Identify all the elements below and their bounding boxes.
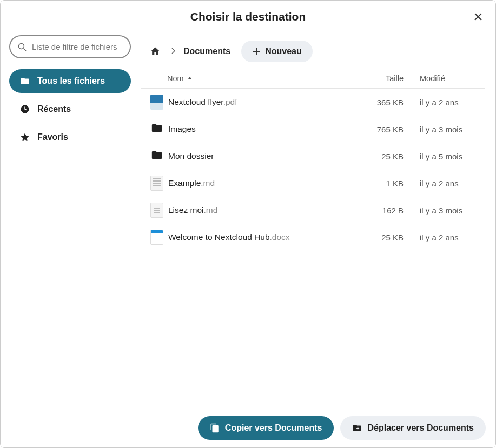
file-name: Example.md — [167, 178, 355, 188]
breadcrumb-current[interactable]: Documents — [183, 46, 230, 56]
sort-ascending-icon — [187, 74, 193, 83]
file-row[interactable]: Lisez moi.md162 Bil y a 3 mois — [141, 197, 485, 224]
file-name: Welcome to Nextcloud Hub.docx — [167, 232, 355, 242]
file-name: Nextcloud flyer.pdf — [167, 97, 355, 107]
file-row[interactable]: Nextcloud flyer.pdf365 KBil y a 2 ans — [141, 89, 485, 116]
file-row[interactable]: Example.md1 KBil y a 2 ans — [141, 170, 485, 197]
folder-icon — [151, 122, 163, 136]
search-input[interactable] — [32, 42, 122, 51]
breadcrumb-separator — [170, 46, 177, 56]
clock-icon — [20, 104, 30, 114]
folder-icon — [151, 149, 163, 163]
file-thumbnail-icon — [150, 95, 163, 110]
file-modified: il y a 5 mois — [404, 152, 479, 161]
file-size: 25 KB — [355, 233, 404, 242]
file-name: Lisez moi.md — [167, 205, 355, 215]
main-content: Documents Nouveau Nom Taille Modifié Nex… — [141, 29, 495, 409]
file-modified: il y a 2 ans — [404, 233, 479, 242]
move-icon — [352, 423, 362, 433]
column-header-size[interactable]: Taille — [355, 74, 404, 83]
file-modified: il y a 3 mois — [404, 125, 479, 134]
copy-button-label: Copier vers Documents — [225, 423, 322, 433]
file-size: 765 KB — [355, 125, 404, 134]
file-modified: il y a 2 ans — [404, 179, 479, 188]
dialog-footer: Copier vers Documents Déplacer vers Docu… — [1, 409, 495, 447]
search-box[interactable] — [9, 35, 131, 58]
file-row[interactable]: Welcome to Nextcloud Hub.docx25 KBil y a… — [141, 224, 485, 251]
sidebar-item-all-files[interactable]: Tous les fichiers — [9, 69, 131, 93]
copy-icon — [210, 423, 220, 433]
file-icon-cell — [147, 149, 167, 163]
file-picker-dialog: Choisir la destination Tous les fichiers… — [0, 0, 496, 448]
breadcrumb: Documents Nouveau — [141, 35, 485, 71]
close-button[interactable] — [472, 10, 485, 23]
file-icon-cell — [147, 122, 167, 136]
file-icon-cell — [147, 230, 167, 245]
file-size: 162 B — [355, 206, 404, 215]
file-row[interactable]: Mon dossier25 KBil y a 5 mois — [141, 143, 485, 170]
file-modified: il y a 3 mois — [404, 206, 479, 215]
column-header-name[interactable]: Nom — [167, 74, 355, 83]
home-icon — [150, 46, 161, 57]
sidebar: Tous les fichiers Récents Favoris — [1, 29, 141, 409]
breadcrumb-home[interactable] — [147, 43, 164, 60]
search-icon — [18, 43, 27, 51]
file-thumbnail-icon — [150, 203, 163, 218]
star-icon — [20, 132, 30, 142]
dialog-title: Choisir la destination — [1, 10, 495, 23]
new-button[interactable]: Nouveau — [241, 41, 313, 62]
close-icon — [474, 12, 482, 21]
svg-line-1 — [24, 48, 27, 51]
new-button-label: Nouveau — [265, 46, 302, 56]
sidebar-item-label: Tous les fichiers — [37, 76, 105, 86]
file-icon-cell — [147, 203, 167, 218]
move-button-label: Déplacer vers Documents — [367, 423, 474, 433]
column-header-modified[interactable]: Modifié — [404, 74, 479, 83]
sidebar-item-label: Récents — [37, 104, 71, 114]
plus-icon — [252, 47, 261, 56]
file-thumbnail-icon — [150, 230, 163, 245]
move-button[interactable]: Déplacer vers Documents — [340, 416, 486, 440]
dialog-header: Choisir la destination — [1, 1, 495, 29]
copy-button[interactable]: Copier vers Documents — [198, 416, 334, 440]
sidebar-item-favorites[interactable]: Favoris — [9, 125, 131, 149]
file-icon-cell — [147, 95, 167, 110]
file-name: Mon dossier — [167, 151, 355, 161]
sidebar-item-recents[interactable]: Récents — [9, 97, 131, 121]
file-icon-cell — [147, 176, 167, 191]
file-row[interactable]: Images765 KBil y a 3 mois — [141, 116, 485, 143]
file-size: 1 KB — [355, 179, 404, 188]
file-size: 25 KB — [355, 152, 404, 161]
dialog-body: Tous les fichiers Récents Favoris Docume… — [1, 29, 495, 409]
file-list: Nextcloud flyer.pdf365 KBil y a 2 ansIma… — [141, 89, 485, 409]
sidebar-item-label: Favoris — [37, 132, 68, 142]
file-name: Images — [167, 124, 355, 134]
table-header: Nom Taille Modifié — [141, 71, 485, 89]
svg-point-0 — [19, 43, 24, 49]
file-size: 365 KB — [355, 98, 404, 107]
file-modified: il y a 2 ans — [404, 98, 479, 107]
file-thumbnail-icon — [150, 176, 163, 191]
chevron-right-icon — [170, 48, 177, 54]
folder-icon — [20, 76, 30, 86]
